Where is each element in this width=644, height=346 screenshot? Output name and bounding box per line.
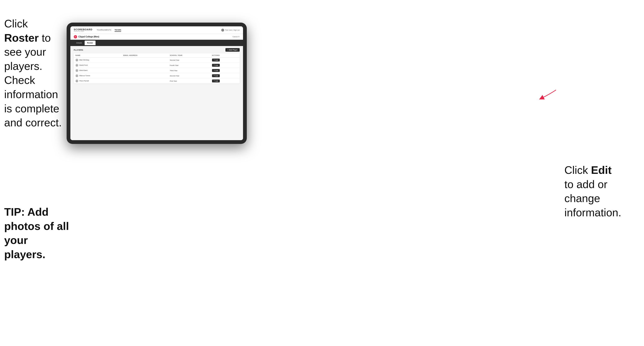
table-row: David FordFourth Year✎ Edit [74, 63, 240, 68]
nav-tournaments[interactable]: TOURNAMENTS [96, 28, 111, 32]
player-name-cell: Marcus Turner [74, 73, 122, 78]
player-email-cell [122, 73, 168, 78]
tab-roster[interactable]: Roster [85, 41, 96, 45]
player-year-cell: First Year [168, 78, 210, 84]
col-school-year: SCHOOL YEAR [168, 53, 210, 57]
nav-teams[interactable]: TEAMS [114, 28, 121, 32]
player-avatar [76, 74, 78, 77]
edit-icon: ✎ [214, 59, 215, 61]
scoreboard-logo: SCOREBOARD Powered by clippd [74, 28, 92, 32]
svg-point-3 [76, 75, 77, 76]
edit-arrow [537, 88, 558, 103]
player-year-cell: Second Year [168, 73, 210, 78]
table-row: Piers ParnellFirst Year✎ Edit [74, 78, 240, 84]
team-name: Clippd College (Men) [78, 35, 232, 38]
nav-items: TOURNAMENTS TEAMS [96, 28, 221, 32]
tab-bar: Details Roster [70, 40, 243, 46]
player-year-cell: Second Year [168, 57, 210, 63]
svg-point-1 [76, 64, 77, 65]
player-name: Marcus Turner [80, 75, 90, 77]
player-avatar [76, 79, 78, 82]
col-name: NAME [74, 53, 122, 57]
header-right: Test User | Sign out [221, 29, 240, 32]
tip-annotation: TIP: Add photos of all your players. [4, 205, 69, 261]
player-actions-cell: ✎ Edit [210, 63, 240, 68]
player-name-cell: Elliot Ebert [74, 68, 122, 73]
player-name-cell: Blair McHarg [74, 57, 122, 63]
player-year-cell: Fourth Year [168, 63, 210, 68]
players-header: PLAYERS + Add Player [74, 48, 240, 52]
table-row: Blair McHargSecond Year✎ Edit [74, 57, 240, 63]
player-actions-cell: ✎ Edit [210, 78, 240, 84]
player-year-cell: Third Year [168, 68, 210, 73]
player-actions-cell: ✎ Edit [210, 68, 240, 73]
svg-point-2 [76, 70, 77, 70]
edit-icon: ✎ [214, 70, 215, 71]
player-avatar [76, 59, 78, 61]
edit-icon: ✎ [214, 64, 215, 66]
roster-bold: Roster [4, 32, 39, 44]
user-text: Test User | Sign out [225, 29, 240, 31]
player-actions-cell: ✎ Edit [210, 73, 240, 78]
player-name: Blair McHarg [80, 59, 89, 61]
edit-button[interactable]: ✎ Edit [212, 79, 220, 82]
right-annotation: Click Editto add or changeinformation. [564, 163, 640, 220]
cancel-button[interactable]: Cancel ✕ [232, 36, 240, 38]
roster-table: NAME EMAIL ADDRESS SCHOOL YEAR ACTIONS B… [74, 53, 240, 83]
logo-title: SCOREBOARD [74, 28, 92, 31]
player-name: Piers Parnell [80, 80, 89, 82]
svg-point-4 [76, 80, 77, 81]
edit-icon: ✎ [214, 75, 215, 77]
left-annotation: Click Roster to see your players. Check … [4, 17, 65, 130]
logo-subtitle: Powered by clippd [74, 31, 92, 32]
table-row: Marcus TurnerSecond Year✎ Edit [74, 73, 240, 78]
edit-button[interactable]: ✎ Edit [212, 64, 220, 67]
svg-point-0 [76, 59, 77, 60]
col-actions: ACTIONS [210, 53, 240, 57]
player-name-cell: Piers Parnell [74, 78, 122, 84]
team-header: C Clippd College (Men) Cancel ✕ [70, 34, 243, 40]
player-email-cell [122, 63, 168, 68]
tablet-device: SCOREBOARD Powered by clippd TOURNAMENTS… [66, 23, 247, 144]
user-avatar [221, 29, 224, 32]
edit-button[interactable]: ✎ Edit [212, 69, 220, 72]
player-actions-cell: ✎ Edit [210, 57, 240, 63]
tablet-screen: SCOREBOARD Powered by clippd TOURNAMENTS… [70, 26, 243, 140]
table-header-row: NAME EMAIL ADDRESS SCHOOL YEAR ACTIONS [74, 53, 240, 57]
table-row: Elliot EbertThird Year✎ Edit [74, 68, 240, 73]
player-email-cell [122, 57, 168, 63]
add-player-button[interactable]: + Add Player [226, 48, 240, 52]
player-name-cell: David Ford [74, 63, 122, 68]
tab-details[interactable]: Details [74, 41, 85, 45]
app-header: SCOREBOARD Powered by clippd TOURNAMENTS… [70, 26, 243, 34]
player-avatar [76, 64, 78, 67]
content-area: PLAYERS + Add Player NAME EMAIL ADDRESS … [70, 46, 243, 140]
player-avatar [76, 69, 78, 72]
edit-bold: Edit [591, 164, 612, 176]
players-title: PLAYERS [74, 49, 83, 51]
edit-icon: ✎ [214, 80, 215, 82]
edit-button[interactable]: ✎ Edit [212, 59, 220, 61]
player-name: Elliot Ebert [80, 69, 88, 71]
player-email-cell [122, 78, 168, 84]
edit-button[interactable]: ✎ Edit [212, 74, 220, 77]
col-email: EMAIL ADDRESS [122, 53, 168, 57]
team-logo: C [74, 35, 77, 38]
player-name: David Ford [80, 64, 88, 66]
player-email-cell [122, 68, 168, 73]
